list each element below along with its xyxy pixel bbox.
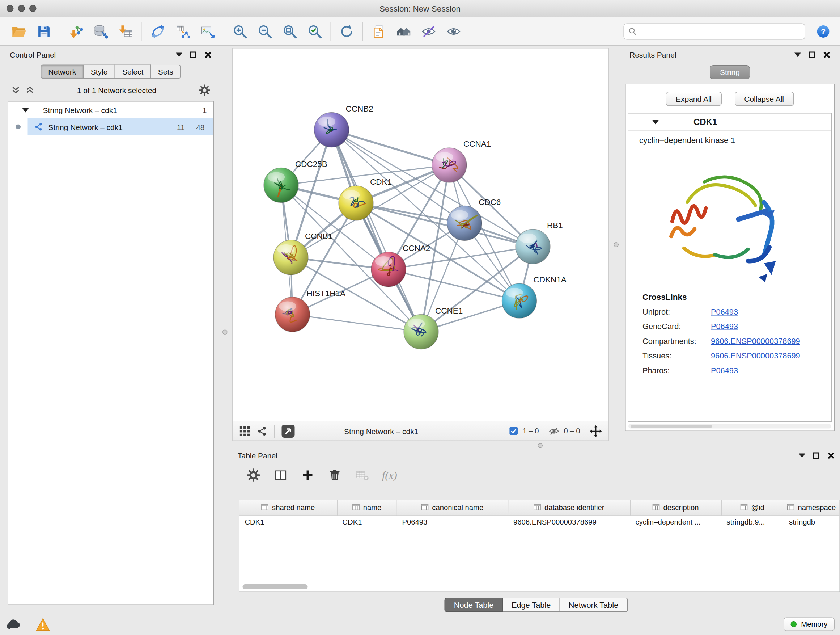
minimize-window-button[interactable] [18,5,25,12]
network-node-CDC6[interactable] [447,206,482,241]
import-network-file-button[interactable] [64,20,88,43]
create-column-icon[interactable] [301,468,315,482]
save-session-button[interactable] [32,20,57,43]
collection-collapse-icon[interactable] [22,108,29,112]
left-splitter-handle[interactable] [223,330,227,335]
refresh-view-button[interactable] [334,20,359,43]
hidden-elements-eye-icon[interactable] [548,425,559,436]
crosslink-link[interactable]: 9606.ENSP00000378699 [711,337,800,345]
network-node-CDC25B[interactable] [264,168,298,203]
network-row-selected[interactable]: String Network – cdk1 11 48 [28,119,213,135]
grid-view-icon[interactable] [240,425,250,436]
zoom-fit-button[interactable] [278,20,302,43]
crosslink-link[interactable]: P06493 [711,322,738,331]
collapse-all-icon[interactable] [11,86,21,95]
tab-style[interactable]: Style [84,65,115,79]
right-splitter-handle[interactable] [614,242,619,247]
network-canvas[interactable]: CCNB2CCNA1CDC25BCDK1CDC6RB1CCNB1CCNA2CDK… [232,48,609,421]
network-edge[interactable] [293,315,422,332]
hide-graphics-details-button[interactable] [416,20,441,43]
crosslink-link[interactable]: P06493 [711,366,738,375]
column-header-canonical-name[interactable]: canonical name [397,500,508,515]
network-collection-row[interactable]: String Network – cdk1 1 [8,102,213,119]
network-node-RB1[interactable] [515,229,550,264]
delete-table-icon[interactable] [355,468,369,482]
column-header-database-identifier[interactable]: database identifier [508,500,630,515]
zoom-out-button[interactable] [253,20,278,43]
import-table-file-button[interactable] [114,20,139,43]
copy-document-button[interactable] [366,20,392,43]
show-graphics-details-button[interactable] [441,20,466,43]
table-row[interactable]: CDK1CDK1P064939606.ENSP00000378699cyclin… [240,515,839,530]
zoom-selected-button[interactable] [302,20,327,43]
tab-sets[interactable]: Sets [151,65,181,79]
column-header-name[interactable]: name [337,500,397,515]
protein-card-collapse-icon[interactable] [652,120,659,124]
control-panel-float-icon[interactable] [190,52,196,58]
control-panel-menu-icon[interactable] [176,53,182,57]
close-window-button[interactable] [6,5,14,12]
network-overview-icon[interactable] [257,425,268,436]
network-row[interactable]: String Network – cdk1 11 48 [8,119,213,135]
network-arrows-button[interactable] [145,20,171,43]
network-node-HIST1H1A[interactable] [275,297,310,332]
network-edge[interactable] [332,130,450,165]
maximize-window-button[interactable] [29,5,36,12]
import-network-database-button[interactable] [88,20,114,43]
table-panel-close-icon[interactable] [827,452,835,459]
network-node-CDK1[interactable] [339,186,373,220]
expand-all-button[interactable]: Expand All [666,92,722,106]
function-builder-icon[interactable]: f(x) [382,469,397,481]
network-node-CDKN1A[interactable] [502,283,537,318]
show-columns-icon[interactable] [273,468,287,482]
collapse-all-button[interactable]: Collapse All [734,92,794,106]
delete-column-icon[interactable] [328,468,342,482]
export-image-button[interactable] [195,20,220,43]
cloud-status-icon[interactable] [5,618,22,630]
pan-mode-icon[interactable] [590,425,602,437]
tab-network-table[interactable]: Network Table [560,598,628,612]
table-hscrollbar-thumb[interactable] [243,584,308,589]
network-from-table-button[interactable] [171,20,195,43]
search-input[interactable] [640,27,801,35]
search-box[interactable] [624,23,806,40]
horizontal-splitter-handle[interactable] [538,443,543,448]
network-node-CCNA2[interactable] [371,252,406,287]
memory-button[interactable]: Memory [783,618,835,631]
results-panel-menu-icon[interactable] [794,53,801,57]
open-session-button[interactable] [6,20,32,43]
network-edge[interactable] [332,130,422,332]
tab-node-table[interactable]: Node Table [445,598,503,612]
table-panel-float-icon[interactable] [813,453,819,459]
results-hscrollbar-thumb[interactable] [630,424,712,428]
export-network-icon[interactable] [281,424,295,438]
warning-icon[interactable] [36,617,50,631]
help-button[interactable]: ? [815,20,831,43]
selected-elements-checkbox-icon[interactable] [509,426,518,436]
network-node-CCNA1[interactable] [432,148,467,182]
table-options-gear-icon[interactable] [246,468,261,482]
network-node-CCNE1[interactable] [404,315,439,349]
network-node-CCNB1[interactable] [273,240,308,275]
home-button[interactable] [392,20,416,43]
expand-all-icon[interactable] [25,86,35,95]
column-header-shared-name[interactable]: shared name [240,500,337,515]
zoom-in-button[interactable] [227,20,253,43]
network-node-CCNB2[interactable] [314,112,349,147]
control-panel-close-icon[interactable] [204,51,212,59]
crosslink-link[interactable]: P06493 [711,307,738,316]
tab-select[interactable]: Select [115,65,151,79]
network-edge[interactable] [388,269,519,301]
crosslink-link[interactable]: 9606.ENSP00000378699 [711,352,800,360]
network-options-gear-icon[interactable] [199,84,210,96]
results-hscrollbar[interactable] [628,424,831,429]
string-results-tab[interactable]: String [710,65,750,79]
table-panel-menu-icon[interactable] [799,454,805,458]
tab-edge-table[interactable]: Edge Table [503,598,560,612]
column-header-namespace[interactable]: namespace [783,500,839,515]
results-panel-close-icon[interactable] [823,51,830,59]
results-panel-float-icon[interactable] [808,52,815,58]
column-header-description[interactable]: description [630,500,722,515]
protein-card-header[interactable]: CDK1 [628,114,831,131]
tab-network[interactable]: Network [41,65,84,79]
